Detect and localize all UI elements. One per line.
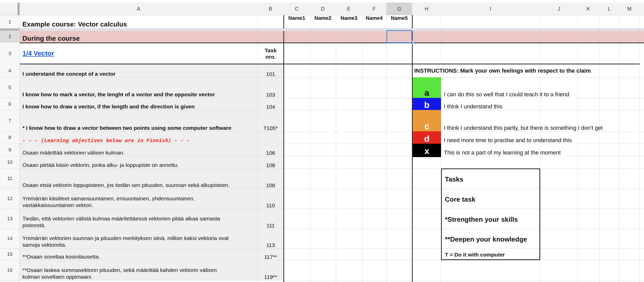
col-header-J[interactable]: J (558, 3, 560, 15)
row-header-4[interactable]: 4 (0, 64, 20, 77)
row-header-8[interactable]: 8 (0, 131, 20, 144)
legend-box-b[interactable]: b (413, 98, 441, 111)
cell-task-B14[interactable]: 113 (258, 229, 284, 250)
legend-box-x[interactable]: x (413, 144, 441, 157)
cell-claim-A7[interactable]: * I know how to draw a vector between tw… (20, 110, 234, 133)
col-header-A[interactable]: A (137, 3, 140, 15)
col-header-C[interactable]: C (295, 3, 299, 15)
selected-cell-G2[interactable] (386, 30, 412, 43)
gridline-v (386, 15, 387, 282)
tasks-box-item-strengthen[interactable]: *Strengthen your skills (442, 209, 539, 229)
cell-task-B12[interactable]: 110 (258, 189, 284, 211)
row-header-15[interactable]: 15 (0, 248, 20, 260)
legend-text-a[interactable]: I can do this so well that I could teach… (441, 77, 569, 100)
row-header-16[interactable]: 16 (0, 260, 20, 280)
row-header-7[interactable]: 7 (0, 110, 20, 131)
row-header-6[interactable]: 6 (0, 98, 20, 110)
cell-instructions-H4[interactable]: INSTRUCTIONS: Mark your own feelings wit… (414, 64, 591, 77)
cell-section-A2[interactable]: During the course (22, 31, 80, 44)
col-header-L[interactable]: L (608, 3, 611, 15)
legend-box-d[interactable]: d (413, 131, 441, 145)
section-row-background (20, 31, 644, 42)
tasks-box-item-tasks[interactable]: Tasks (442, 169, 539, 189)
row-header-13[interactable]: 13 (0, 209, 20, 229)
cell-claim-A14[interactable]: Ymmärrän vektorien suunnan ja pituuden m… (20, 229, 234, 250)
cell-claim-A13[interactable]: Tiedän, että vektorien välistä kulmaa mä… (20, 209, 234, 231)
tasks-legend-box: Tasks Core task *Strengthen your skills … (441, 168, 540, 260)
row-header-1[interactable]: 1 (0, 15, 20, 28)
tasks-box-item-core-task[interactable]: Core task (442, 189, 539, 209)
gridline-v (619, 15, 619, 282)
tasks-box-item-deepen[interactable]: **Deepen your knowledge (442, 229, 539, 249)
col-header-H[interactable]: H (425, 3, 428, 15)
cell-task-nro-header-B3[interactable]: Task nro. (258, 43, 284, 64)
gridline-v (578, 15, 578, 282)
cell-title-A1[interactable]: Example course: Vector calculus (22, 15, 127, 31)
row-header-10[interactable]: 10 (0, 156, 20, 168)
col-header-G[interactable]: G (397, 3, 401, 15)
gridline-v (362, 15, 362, 282)
cell-task-B11[interactable]: 108 (258, 168, 284, 191)
legend-text-c[interactable]: I think I understand this partly, but th… (441, 110, 603, 134)
cell-task-B7[interactable]: T105* (258, 110, 284, 133)
legend-text-x[interactable]: This is not a part of my learning at the… (441, 144, 561, 158)
row-header-9[interactable]: 9 (0, 144, 20, 156)
row-header-14[interactable]: 14 (0, 229, 20, 248)
cell-claim-A12[interactable]: Ymmärrän käsitteet samansuuntainen, eris… (20, 189, 234, 211)
cell-name2-D1[interactable]: Name2 (310, 15, 336, 31)
cell-task-B5[interactable]: 103 (258, 77, 284, 100)
col-header-E[interactable]: E (347, 3, 350, 15)
row-header-5[interactable]: 5 (0, 77, 20, 98)
gridline-v (336, 15, 336, 282)
cell-chapter-link-A3[interactable]: 1/4 Vector (22, 43, 54, 64)
row-header-11[interactable]: 11 (0, 168, 20, 189)
col-header-M[interactable]: M (627, 3, 632, 15)
gridline-v (599, 15, 600, 282)
frozen-row-divider-header[interactable] (0, 28, 20, 31)
legend-box-a[interactable]: a (413, 77, 441, 99)
row-header-2[interactable]: 2 (0, 31, 20, 42)
cell-claim-A5[interactable]: I know how to mark a vector, the lenght … (20, 77, 234, 100)
gridline-v (640, 15, 640, 282)
frozen-pane-corner-bar (18, 3, 20, 15)
legend-box-c[interactable]: c (413, 110, 441, 132)
cell-name1-C1[interactable]: Name1 (284, 15, 310, 31)
col-header-K[interactable]: K (587, 3, 590, 15)
col-header-B[interactable]: B (269, 3, 272, 15)
cell-task-B13[interactable]: 111 (258, 209, 284, 231)
fill-handle[interactable] (410, 41, 413, 44)
gridline-v (310, 15, 310, 282)
cell-claim-A11[interactable]: Osaan etsiä vektorin loppupisteen, jos t… (20, 168, 234, 191)
col-header-F[interactable]: F (372, 3, 376, 15)
cell-task-B16[interactable]: 119** (258, 260, 284, 282)
spreadsheet: A B C D E F G H I J K L M 1 2 3 4 5 6 7 … (0, 0, 644, 282)
cell-name5-G1[interactable]: Name5 (386, 15, 412, 31)
tasks-box-item-computer[interactable]: T = Do it with computer (442, 249, 539, 260)
row-header-12[interactable]: 12 (0, 189, 20, 209)
border-thick-below-row2 (20, 42, 644, 43)
cell-claim-A16[interactable]: **Osaan laskea summavektorin pituuden, s… (20, 260, 234, 282)
row-header-3[interactable]: 3 (0, 43, 20, 64)
cell-name4-F1[interactable]: Name4 (362, 15, 386, 31)
col-header-I[interactable]: I (490, 3, 491, 15)
cell-name3-E1[interactable]: Name3 (336, 15, 362, 31)
col-header-D[interactable]: D (321, 3, 325, 15)
